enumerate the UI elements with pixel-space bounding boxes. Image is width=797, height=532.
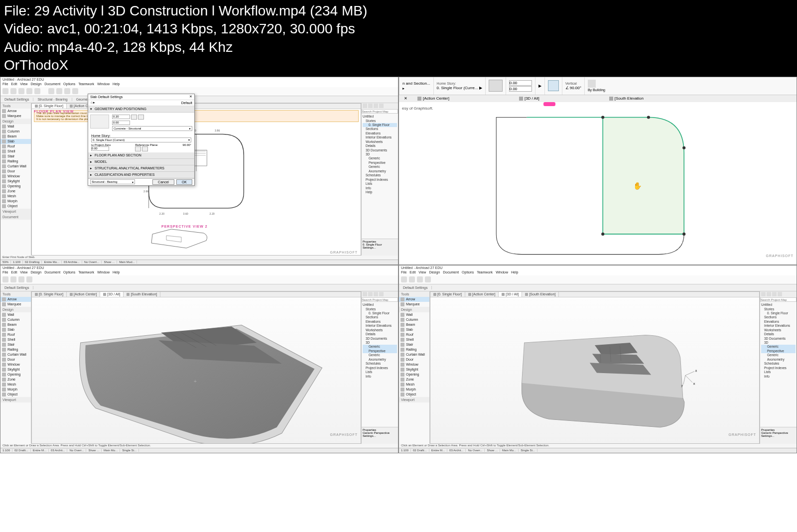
- canvas-tabs-zoomed[interactable]: ✕ [Action Center] [3D / All] [South Elev…: [399, 95, 797, 102]
- menu-document[interactable]: Document: [44, 82, 60, 87]
- qb-over[interactable]: No Overri...: [82, 261, 102, 264]
- tool-door[interactable]: Door: [0, 357, 31, 362]
- tool-door[interactable]: Door: [399, 357, 429, 362]
- tool-cw[interactable]: Curtain Wall: [0, 164, 31, 169]
- undo-icon[interactable]: [26, 88, 32, 94]
- tool-beam[interactable]: Beam: [0, 322, 31, 327]
- section-combo[interactable]: n and Section...: [402, 81, 430, 86]
- mirror-icon[interactable]: [72, 88, 78, 94]
- menu-bar[interactable]: FileEditViewDesignDocumentOptionsTeamwor…: [0, 270, 398, 275]
- ribbon-toolbar[interactable]: [0, 87, 398, 96]
- section-fps[interactable]: ▸FLOOR PLAN AND SECTION: [88, 152, 194, 159]
- tab-action[interactable]: [Action Center]: [67, 292, 100, 297]
- redo-icon[interactable]: [34, 88, 40, 94]
- info-bar[interactable]: Default Settings: [0, 284, 398, 291]
- tab-floor[interactable]: [0. Single Floor]: [32, 292, 67, 297]
- menu-view[interactable]: View: [20, 82, 27, 87]
- tree-info[interactable]: Info: [363, 186, 397, 190]
- tree-3d[interactable]: 3D: [363, 152, 397, 156]
- tab-south-2[interactable]: [South Elevation: [604, 95, 649, 102]
- tab-action-2[interactable]: [Action Center]: [412, 95, 454, 102]
- tool-wall[interactable]: Wall: [0, 124, 31, 129]
- select-icon[interactable]: [48, 88, 54, 94]
- new-icon[interactable]: [401, 276, 407, 282]
- offset-field[interactable]: [509, 86, 532, 92]
- save-icon[interactable]: [417, 276, 423, 282]
- tab-close[interactable]: ✕: [399, 95, 412, 102]
- tool-opening[interactable]: Opening: [0, 184, 31, 189]
- qb-show[interactable]: Show ...: [102, 261, 117, 264]
- tool-object[interactable]: Object: [0, 204, 31, 209]
- tab-action[interactable]: [Action Center]: [465, 292, 499, 297]
- tool-roof[interactable]: Roof: [0, 144, 31, 149]
- nav-tab-3[interactable]: [374, 104, 378, 108]
- tab-3d-2[interactable]: [3D / All]: [514, 95, 544, 102]
- isometric-icon-group[interactable]: [485, 77, 506, 95]
- tool-opening[interactable]: Opening: [0, 372, 31, 377]
- ribbon-toolbar[interactable]: [0, 275, 398, 284]
- nav-tab-1[interactable]: [363, 104, 367, 108]
- home-story-combo[interactable]: 0. Single Floor (Current)▾: [91, 137, 191, 142]
- navigator-search[interactable]: [362, 109, 398, 114]
- offset-input[interactable]: [112, 121, 130, 125]
- tree-root[interactable]: Untitled: [363, 115, 397, 119]
- tpz-input[interactable]: [91, 146, 109, 151]
- tool-marquee[interactable]: Marquee: [399, 302, 429, 307]
- tree-schedules[interactable]: Schedules: [363, 173, 397, 177]
- dialog-close-icon[interactable]: ✕: [189, 95, 192, 99]
- quick-options[interactable]: 1:10002 Drafti...Entire M...03 Archit...…: [0, 448, 398, 453]
- save-icon[interactable]: [18, 88, 24, 94]
- menu-bar[interactable]: FileEditViewDesignDocumentOptionsTeamwor…: [399, 270, 797, 275]
- navigator-tabs[interactable]: [362, 103, 398, 109]
- tool-shell[interactable]: Shell: [0, 149, 31, 154]
- cancel-button[interactable]: Cancel: [152, 179, 174, 185]
- tree-axo[interactable]: Generic Axonometry: [363, 165, 397, 173]
- qb-scale[interactable]: 1:100: [11, 261, 23, 264]
- menu-help[interactable]: Help: [113, 82, 120, 87]
- tab-south[interactable]: [South Elevation]: [124, 292, 160, 297]
- tool-morph[interactable]: Morph: [0, 199, 31, 204]
- tool-mesh[interactable]: Mesh: [0, 382, 31, 387]
- tool-arrow[interactable]: Arrow: [0, 109, 31, 114]
- tool-door[interactable]: Door: [0, 169, 31, 174]
- tool-morph[interactable]: Morph: [399, 387, 429, 392]
- ok-button[interactable]: OK: [176, 179, 192, 185]
- infobar-default[interactable]: Default Settings: [0, 98, 33, 101]
- qb-penset[interactable]: 02 Drafting: [23, 261, 42, 264]
- tool-railing[interactable]: Railing: [0, 159, 31, 164]
- struct-btn1[interactable]: [131, 115, 137, 120]
- tool-morph[interactable]: Morph: [0, 387, 31, 392]
- tool-stair[interactable]: Stair: [0, 342, 31, 347]
- tool-window[interactable]: Window: [0, 362, 31, 367]
- tool-slab[interactable]: Slab: [0, 327, 31, 332]
- tool-stair[interactable]: Stair: [399, 342, 429, 347]
- open-icon[interactable]: [10, 88, 16, 94]
- struct-btn2[interactable]: [138, 115, 144, 120]
- tree-single-floor[interactable]: 0. Single Floor: [363, 123, 397, 127]
- navigator-tree[interactable]: Untitled Stories 0. Single Floor Section…: [362, 114, 398, 195]
- menu-edit[interactable]: Edit: [11, 82, 17, 87]
- tab-south[interactable]: [South Elevation]: [522, 292, 559, 297]
- nav-tab-2[interactable]: [368, 104, 373, 108]
- tool-marquee[interactable]: Marquee: [0, 302, 31, 307]
- canvas-tabs[interactable]: [0. Single Floor] [Action Center] [3D / …: [430, 292, 759, 297]
- tab-3d[interactable]: [3D / All]: [100, 292, 124, 297]
- tool-column[interactable]: Column: [0, 317, 31, 322]
- quick-options[interactable]: 1:10002 Drafti...Entire M...03 Archit...…: [399, 448, 797, 453]
- menu-window[interactable]: Window: [97, 82, 110, 87]
- tool-arrow[interactable]: Arrow: [0, 297, 31, 302]
- menu-design[interactable]: Design: [30, 82, 41, 87]
- edit-canvas[interactable]: esy of Graphisoft. ✋ GRAPHISOFT: [399, 102, 797, 265]
- tool-marquee[interactable]: Marquee: [0, 114, 31, 119]
- open-icon[interactable]: [10, 276, 16, 282]
- section-geometry[interactable]: ▾GEOMETRY AND POSITIONING: [88, 106, 194, 113]
- canvas-tabs[interactable]: [0. Single Floor] [Action Center]: [32, 104, 361, 109]
- ribbon-toolbar[interactable]: [399, 275, 797, 284]
- refplane-btn1[interactable]: [135, 146, 141, 151]
- tool-slab[interactable]: Slab: [0, 139, 31, 144]
- tool-object[interactable]: Object: [0, 392, 31, 397]
- navigator-search[interactable]: [760, 297, 797, 302]
- menu-options[interactable]: Options: [63, 82, 75, 87]
- new-icon[interactable]: [2, 88, 8, 94]
- section-model[interactable]: ▸MODEL: [88, 159, 194, 165]
